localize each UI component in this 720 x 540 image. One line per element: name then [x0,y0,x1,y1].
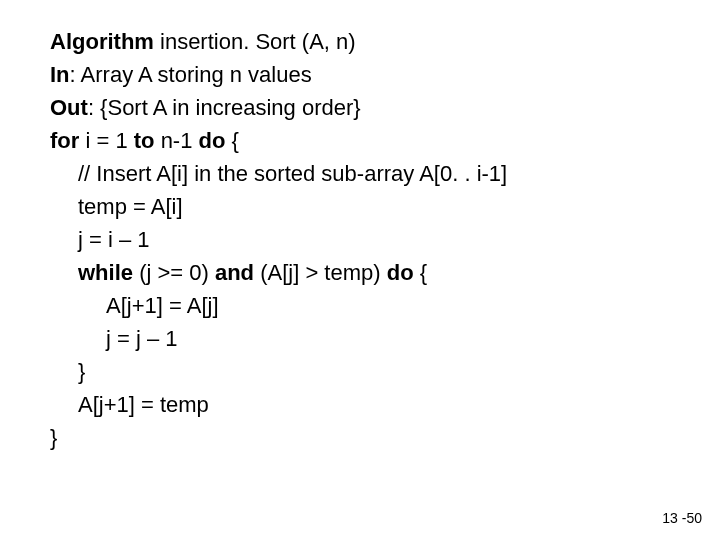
code-line-5: // Insert A[i] in the sorted sub-array A… [50,157,670,190]
text: : {Sort A in increasing order} [88,95,361,120]
code-line-13: } [50,421,670,454]
code-line-10: j = j – 1 [50,322,670,355]
kw-to: to [134,128,155,153]
code-line-8: while (j >= 0) and (A[j] > temp) do { [50,256,670,289]
code-line-3: Out: {Sort A in increasing order} [50,91,670,124]
code-line-2: In: Array A storing n values [50,58,670,91]
slide: Algorithm insertion. Sort (A, n) In: Arr… [0,0,720,540]
code-line-7: j = i – 1 [50,223,670,256]
text: insertion. Sort (A, n) [154,29,356,54]
text: (A[j] > temp) [254,260,387,285]
code-line-12: A[j+1] = temp [50,388,670,421]
pseudocode: Algorithm insertion. Sort (A, n) In: Arr… [50,25,670,454]
kw-do: do [387,260,414,285]
text: (j >= 0) [133,260,215,285]
text: n-1 [155,128,199,153]
text: { [414,260,427,285]
code-line-4: for i = 1 to n-1 do { [50,124,670,157]
kw-for: for [50,128,79,153]
page-number: 13 -50 [662,510,702,526]
code-line-1: Algorithm insertion. Sort (A, n) [50,25,670,58]
kw-while: while [78,260,133,285]
code-line-6: temp = A[i] [50,190,670,223]
text: : Array A storing n values [70,62,312,87]
text: i = 1 [79,128,133,153]
code-line-11: } [50,355,670,388]
kw-algorithm: Algorithm [50,29,154,54]
kw-out: Out [50,95,88,120]
code-line-9: A[j+1] = A[j] [50,289,670,322]
text: { [225,128,238,153]
kw-do: do [199,128,226,153]
kw-and: and [215,260,254,285]
kw-in: In [50,62,70,87]
